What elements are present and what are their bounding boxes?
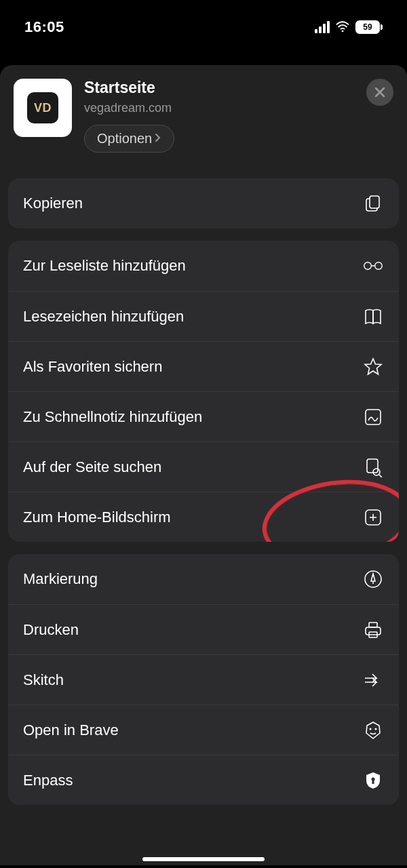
chevron-right-icon xyxy=(155,133,161,145)
row-label: Auf der Seite suchen xyxy=(23,458,161,476)
glasses-icon xyxy=(362,255,384,277)
star-icon xyxy=(362,356,384,378)
page-url: vegadream.com xyxy=(84,101,354,115)
markup-row[interactable]: Markierung xyxy=(8,554,399,604)
skitch-row[interactable]: Skitch xyxy=(8,654,399,705)
copy-row[interactable]: Kopieren xyxy=(8,178,399,229)
status-indicators: 59 xyxy=(315,20,383,35)
plus-square-icon xyxy=(362,507,384,528)
sheet-header: VD Startseite vegadream.com Optionen xyxy=(8,65,399,166)
home-indicator[interactable] xyxy=(142,857,265,861)
battery-level: 59 xyxy=(363,22,372,32)
book-icon xyxy=(362,306,384,328)
printer-icon xyxy=(362,619,384,641)
row-label: Zu Schnellnotiz hinzufügen xyxy=(23,408,202,426)
row-label: Zur Leseliste hinzufügen xyxy=(23,257,186,275)
row-label: Enpass xyxy=(23,772,73,789)
quicknote-row[interactable]: Zu Schnellnotiz hinzufügen xyxy=(8,391,399,441)
battery-indicator: 59 xyxy=(355,20,383,34)
favorite-row[interactable]: Als Favoriten sichern xyxy=(8,341,399,391)
brave-icon xyxy=(362,719,384,741)
print-row[interactable]: Drucken xyxy=(8,604,399,654)
svg-rect-10 xyxy=(369,623,377,627)
share-sheet: VD Startseite vegadream.com Optionen Kop… xyxy=(0,65,407,865)
svg-rect-5 xyxy=(367,459,378,473)
status-time: 16:05 xyxy=(24,18,64,36)
row-label: Kopieren xyxy=(23,195,83,212)
site-meta: Startseite vegadream.com Optionen xyxy=(84,79,354,153)
row-label: Open in Brave xyxy=(23,722,119,739)
svg-point-0 xyxy=(342,31,344,33)
wifi-icon xyxy=(335,20,350,35)
reading-list-row[interactable]: Zur Leseliste hinzufügen xyxy=(8,241,399,291)
svg-rect-1 xyxy=(370,196,379,208)
svg-point-12 xyxy=(370,728,372,730)
status-bar: 16:05 59 xyxy=(0,0,407,49)
row-label: Zum Home-Bildschirm xyxy=(23,509,171,526)
svg-point-2 xyxy=(364,262,372,270)
open-in-brave-row[interactable]: Open in Brave xyxy=(8,705,399,755)
svg-rect-15 xyxy=(372,780,374,784)
row-label: Markierung xyxy=(23,570,98,588)
page-title: Startseite xyxy=(84,79,354,97)
row-label: Als Favoriten sichern xyxy=(23,358,162,376)
enpass-icon xyxy=(362,770,384,791)
enpass-row[interactable]: Enpass xyxy=(8,755,399,805)
doc-search-icon xyxy=(362,456,384,478)
copy-icon xyxy=(362,193,384,214)
bookmark-row[interactable]: Lesezeichen hinzufügen xyxy=(8,291,399,341)
action-group: Markierung Drucken Skitch Open in Brave … xyxy=(8,554,399,805)
svg-point-6 xyxy=(373,469,380,475)
svg-rect-9 xyxy=(366,627,381,635)
close-button[interactable] xyxy=(366,79,393,106)
row-label: Drucken xyxy=(23,621,79,639)
svg-point-3 xyxy=(375,262,383,270)
find-on-page-row[interactable]: Auf der Seite suchen xyxy=(8,441,399,492)
svg-point-13 xyxy=(375,728,377,730)
action-group: Zur Leseliste hinzufügen Lesezeichen hin… xyxy=(8,241,399,542)
cellular-signal-icon xyxy=(315,21,330,33)
add-to-home-row[interactable]: Zum Home-Bildschirm xyxy=(8,492,399,542)
site-favicon: VD xyxy=(14,79,72,137)
options-label: Optionen xyxy=(97,131,152,146)
close-icon xyxy=(374,86,386,98)
svg-rect-4 xyxy=(366,410,381,425)
row-label: Lesezeichen hinzufügen xyxy=(23,308,184,326)
markup-icon xyxy=(362,568,384,590)
row-label: Skitch xyxy=(23,671,64,689)
quicknote-icon xyxy=(362,406,384,428)
action-group: Kopieren xyxy=(8,178,399,229)
skitch-icon xyxy=(362,669,384,691)
options-button[interactable]: Optionen xyxy=(84,125,174,153)
